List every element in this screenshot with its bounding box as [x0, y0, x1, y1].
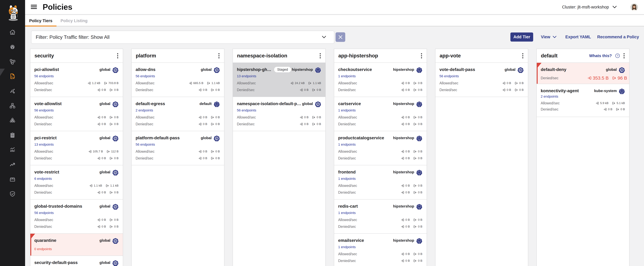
- svg-text:ns: ns: [419, 208, 420, 209]
- svg-text:ns: ns: [419, 140, 420, 141]
- svg-text:ns: ns: [419, 174, 420, 175]
- svg-text:ns: ns: [419, 71, 420, 73]
- svg-text:ns: ns: [318, 71, 318, 73]
- svg-text:ns: ns: [621, 92, 622, 94]
- svg-text:ns: ns: [419, 106, 420, 107]
- svg-text:?: ?: [617, 54, 618, 57]
- svg-text:ns: ns: [216, 106, 217, 107]
- svg-text:ns: ns: [419, 242, 420, 244]
